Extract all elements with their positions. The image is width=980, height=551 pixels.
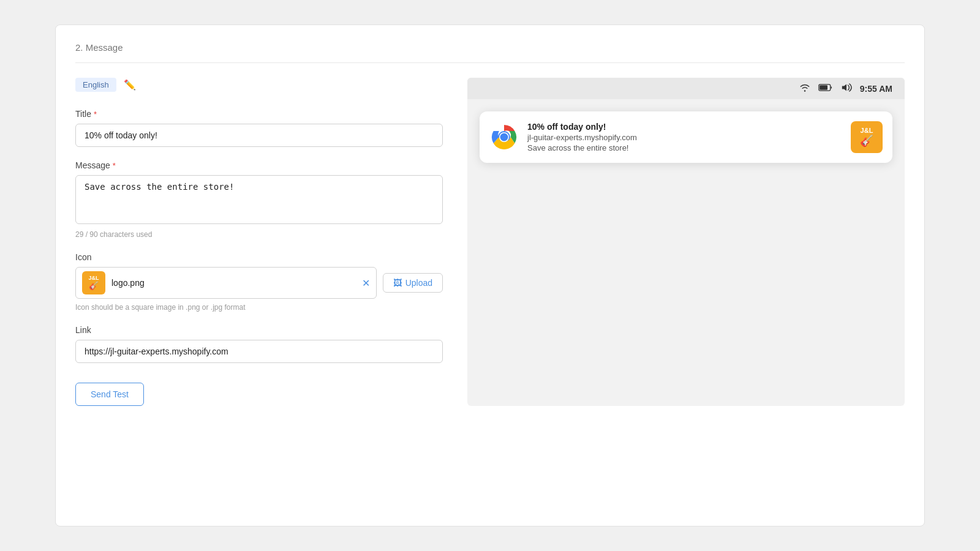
message-required: * [113, 161, 116, 170]
store-logo: J&L 🎸 [851, 121, 883, 153]
title-group: Title * [75, 109, 443, 147]
notification-text: 10% off today only! jl-guitar-experts.my… [527, 122, 842, 152]
message-textarea[interactable]: Save across the entire store! [75, 175, 443, 224]
upload-button[interactable]: 🖼 Upload [383, 273, 443, 293]
link-label: Link [75, 325, 443, 335]
status-time: 9:55 AM [860, 84, 892, 94]
icon-hint: Icon should be a square image in .png or… [75, 303, 443, 312]
icon-preview: J&L🎸 [82, 271, 105, 294]
language-row: English ✏️ [75, 78, 443, 92]
language-badge[interactable]: English [75, 78, 116, 92]
notification-title: 10% off today only! [527, 122, 842, 132]
link-input[interactable] [75, 340, 443, 363]
chrome-icon [489, 122, 519, 152]
battery-icon [818, 83, 833, 94]
icon-group: Icon J&L🎸 logo.png ✕ 🖼 Upload Icon shoul [75, 252, 443, 312]
edit-icon[interactable]: ✏️ [124, 79, 136, 91]
notification-domain: jl-guitar-experts.myshopify.com [527, 133, 842, 142]
store-logo-text: J&L 🎸 [860, 127, 873, 148]
title-label: Title * [75, 109, 443, 119]
notification-message: Save across the entire store! [527, 143, 842, 152]
main-card: 2. Message English ✏️ Title * Message [55, 24, 925, 527]
send-test-button[interactable]: Send Test [75, 383, 144, 406]
char-count: 29 / 90 characters used [75, 230, 443, 239]
icon-upload-row: J&L🎸 logo.png ✕ [75, 267, 377, 299]
icon-filename: logo.png [111, 278, 356, 288]
title-input[interactable] [75, 124, 443, 147]
svg-point-5 [500, 133, 508, 141]
icon-preview-text: J&L🎸 [88, 276, 99, 290]
right-panel: 9:55 AM [467, 78, 905, 406]
volume-icon [840, 83, 853, 94]
guitar-icon: 🎸 [860, 135, 873, 148]
title-required: * [94, 110, 97, 119]
link-group: Link [75, 325, 443, 363]
svg-rect-1 [820, 85, 827, 90]
icon-label: Icon [75, 252, 443, 262]
message-group: Message * Save across the entire store! … [75, 160, 443, 239]
upload-icon: 🖼 [393, 278, 402, 288]
status-bar: 9:55 AM [467, 78, 905, 99]
left-panel: English ✏️ Title * Message * Save across… [75, 78, 443, 406]
section-title: 2. Message [75, 42, 905, 63]
remove-icon-button[interactable]: ✕ [362, 277, 370, 289]
wifi-icon [799, 83, 811, 94]
message-label: Message * [75, 160, 443, 170]
notification-card: 10% off today only! jl-guitar-experts.my… [480, 111, 892, 163]
content-row: English ✏️ Title * Message * Save across… [75, 78, 905, 406]
